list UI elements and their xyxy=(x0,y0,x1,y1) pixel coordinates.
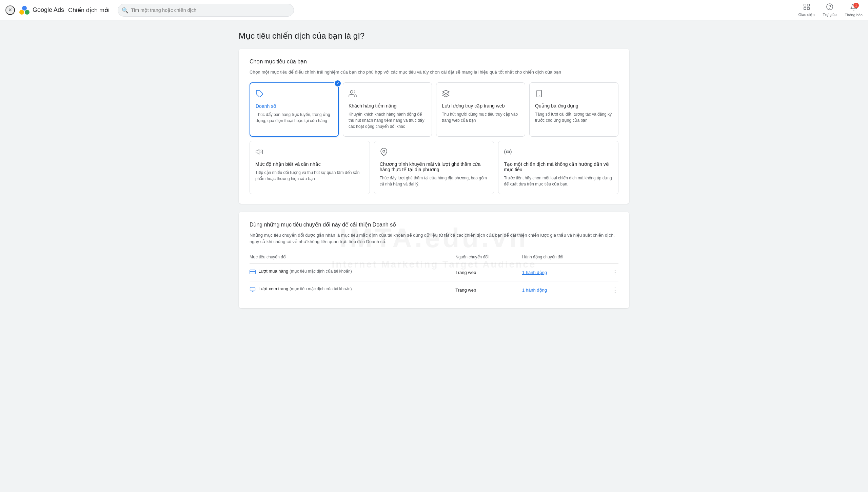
col-header-hanh-dong: Hành động chuyển đổi xyxy=(522,252,605,264)
col-header-nguon: Nguồn chuyển đổi xyxy=(455,252,522,264)
goal-desc-luu-luong: Thu hút người dùng mục tiêu truy cập vào… xyxy=(442,111,519,123)
goal-name-luu-luong: Lưu lượng truy cập trang web xyxy=(442,103,519,109)
search-bar: 🔍 xyxy=(118,4,294,17)
goal-card-quang-ba[interactable]: Quảng bá ứng dụng Tăng số lượt cài đặt, … xyxy=(529,82,618,137)
goal-icon-quang-ba xyxy=(535,90,613,100)
goal-icon-khach-hang xyxy=(349,90,426,100)
header-left: × Google Ads Chiến dịch mới xyxy=(5,5,110,16)
conv-action-luot-xem-trang[interactable]: 1 hành động xyxy=(522,288,547,293)
goal-selected-check: ✓ xyxy=(334,80,341,87)
svg-point-14 xyxy=(383,150,385,152)
svg-rect-6 xyxy=(807,7,809,9)
svg-rect-18 xyxy=(250,287,255,291)
goal-name-khach-hang: Khách hàng tiềm năng xyxy=(349,103,426,109)
svg-rect-16 xyxy=(250,270,256,274)
conv-name-luot-xem-trang: Lượt xem trang (mục tiêu mặc định của tà… xyxy=(250,286,455,294)
goal-desc-khach-hang: Khuyến khích khách hàng hành động để thu… xyxy=(349,111,426,130)
goal-desc-khong-muc-tieu: Trước tiên, hãy chọn một loại chiến dịch… xyxy=(504,175,613,187)
svg-point-7 xyxy=(827,4,833,10)
goal-icon-khong-muc-tieu xyxy=(504,148,613,158)
goal-card-khong-muc-tieu[interactable]: Tạo một chiến dịch mà không cần hướng dẫ… xyxy=(498,141,618,194)
svg-point-15 xyxy=(507,151,509,153)
logo-text: Google Ads xyxy=(33,6,64,14)
svg-rect-3 xyxy=(804,4,806,6)
page-heading: Mục tiêu chiến dịch của bạn là gì? xyxy=(239,31,629,41)
col-header-muc-tieu: Mục tiêu chuyển đổi xyxy=(250,252,455,264)
goal-card-title: Chọn mục tiêu của bạn xyxy=(250,58,618,65)
goal-desc-khuyen-mai: Thúc đẩy lượt ghé thăm tại cửa hàng địa … xyxy=(380,175,489,187)
giao-dien-icon xyxy=(803,3,810,12)
svg-rect-5 xyxy=(804,7,806,9)
conv-name-luot-mua-hang: Lượt mua hàng (mục tiêu mặc định của tài… xyxy=(250,269,455,276)
header-right: Giao diện Trợ giúp 1 Thông báo xyxy=(798,3,863,17)
conv-icon-luot-mua-hang xyxy=(250,269,256,276)
svg-point-0 xyxy=(19,10,24,15)
svg-point-1 xyxy=(25,10,29,15)
tro-giup-action[interactable]: Trợ giúp xyxy=(823,3,837,17)
giao-dien-action[interactable]: Giao diện xyxy=(798,3,815,17)
goal-card-khuyen-mai[interactable]: Chương trình khuyến mãi và lượt ghé thăm… xyxy=(374,141,494,194)
goal-card-doanh-so[interactable]: ✓ Doanh số Thúc đẩy bán hàng trực tuyến,… xyxy=(250,82,339,137)
goal-icon-luu-luong xyxy=(442,90,519,100)
goal-card-description: Chọn một mục tiêu để điều chỉnh trải ngh… xyxy=(250,69,618,76)
notification-badge: 1 xyxy=(853,3,859,8)
svg-rect-4 xyxy=(807,4,809,6)
goal-name-khuyen-mai: Chương trình khuyến mãi và lượt ghé thăm… xyxy=(380,161,489,172)
table-row: Lượt xem trang (mục tiêu mặc định của tà… xyxy=(250,281,618,299)
svg-point-2 xyxy=(22,6,27,11)
svg-point-10 xyxy=(350,91,353,93)
main-content: Mục tiêu chiến dịch của bạn là gì? Chọn … xyxy=(231,20,637,327)
goals-grid-row2: Mức độ nhận biết và cân nhắc Tiếp cận nh… xyxy=(250,141,618,194)
conv-more-menu-luot-xem-trang[interactable]: ⋮ xyxy=(612,287,618,293)
goal-name-quang-ba: Quảng bá ứng dụng xyxy=(535,103,613,109)
conversion-section-title: Dùng những mục tiêu chuyển đổi này để cả… xyxy=(250,221,618,228)
goal-card-luu-luong[interactable]: Lưu lượng truy cập trang web Thu hút ngư… xyxy=(436,82,525,137)
goal-desc-nhan-biet: Tiếp cận nhiều đối tượng và thu hút sự q… xyxy=(255,170,364,182)
conversion-goals-card: Dùng những mục tiêu chuyển đổi này để cả… xyxy=(239,212,629,308)
conv-tag-luot-mua-hang: (mục tiêu mặc định của tài khoản) xyxy=(290,269,352,274)
tro-giup-label: Trợ giúp xyxy=(823,13,837,17)
table-row: Lượt mua hàng (mục tiêu mặc định của tài… xyxy=(250,263,618,281)
goal-selection-card: Chọn mục tiêu của bạn Chọn một mục tiêu … xyxy=(239,49,629,204)
goal-name-doanh-so: Doanh số xyxy=(256,103,333,109)
google-ads-logo: Google Ads xyxy=(19,5,64,16)
goals-grid-row1: ✓ Doanh số Thúc đẩy bán hàng trực tuyến,… xyxy=(250,82,618,137)
giao-dien-label: Giao diện xyxy=(798,13,815,17)
search-icon: 🔍 xyxy=(122,7,129,13)
thong-bao-icon: 1 xyxy=(850,3,857,12)
thong-bao-action[interactable]: 1 Thông báo xyxy=(845,3,863,17)
goal-card-khach-hang[interactable]: Khách hàng tiềm năng Khuyến khích khách … xyxy=(343,82,432,137)
conv-source-luot-mua-hang: Trang web xyxy=(455,263,522,281)
tro-giup-icon xyxy=(826,3,833,12)
goal-icon-khuyen-mai xyxy=(380,148,489,158)
conv-label-luot-mua-hang: Lượt mua hàng xyxy=(258,269,288,274)
svg-marker-13 xyxy=(256,150,259,154)
conversion-section-desc: Những mục tiêu chuyển đổi được gắn nhãn … xyxy=(250,232,618,245)
conv-icon-luot-xem-trang xyxy=(250,287,256,294)
conv-action-luot-mua-hang[interactable]: 1 hành động xyxy=(522,270,547,275)
top-header: × Google Ads Chiến dịch mới 🔍 xyxy=(0,0,868,20)
goal-desc-quang-ba: Tăng số lượt cài đặt, tương tác và đăng … xyxy=(535,111,613,123)
google-ads-logo-icon xyxy=(19,5,30,16)
conv-label-luot-xem-trang: Lượt xem trang xyxy=(258,286,288,291)
conversion-table: Mục tiêu chuyển đổi Nguồn chuyển đổi Hàn… xyxy=(250,252,618,299)
goal-card-nhan-biet[interactable]: Mức độ nhận biết và cân nhắc Tiếp cận nh… xyxy=(250,141,370,194)
conv-tag-luot-xem-trang: (mục tiêu mặc định của tài khoản) xyxy=(290,287,352,291)
header-page-title: Chiến dịch mới xyxy=(68,6,110,14)
conv-more-menu-luot-mua-hang[interactable]: ⋮ xyxy=(612,269,618,276)
goal-icon-nhan-biet xyxy=(255,148,364,158)
goal-name-nhan-biet: Mức độ nhận biết và cân nhắc xyxy=(255,161,364,167)
goal-name-khong-muc-tieu: Tạo một chiến dịch mà không cần hướng dẫ… xyxy=(504,161,613,172)
thong-bao-label: Thông báo xyxy=(845,13,863,17)
goal-desc-doanh-so: Thúc đẩy bán hàng trực tuyến, trong ứng … xyxy=(256,112,333,124)
search-input[interactable] xyxy=(118,4,294,17)
goal-icon-doanh-so xyxy=(256,90,333,100)
conv-source-luot-xem-trang: Trang web xyxy=(455,281,522,299)
close-button[interactable]: × xyxy=(5,5,15,15)
